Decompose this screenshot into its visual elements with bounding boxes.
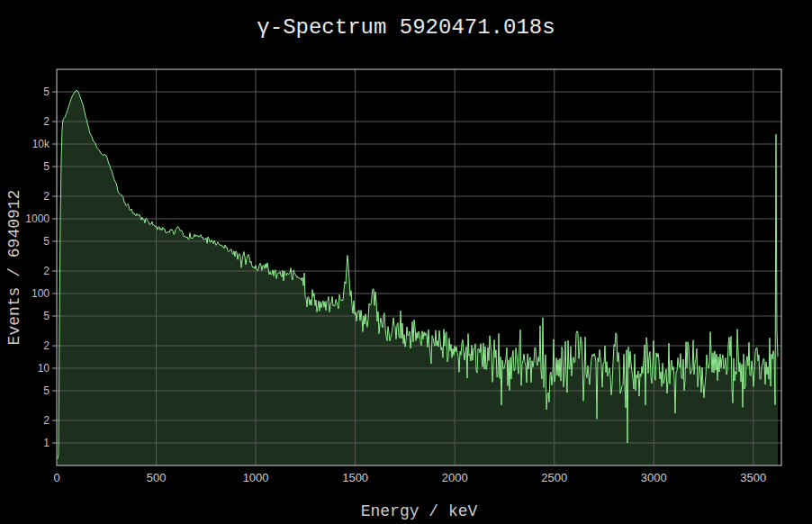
y-tick-label: 5 [43, 235, 50, 248]
x-tick-label: 2000 [442, 471, 468, 484]
y-tick-label: 1 [43, 437, 50, 449]
x-axis-label: Energy / keV [57, 502, 781, 520]
y-tick-label: 2 [43, 115, 50, 128]
y-tick-label: 100 [32, 287, 50, 300]
x-tick-label: 3000 [641, 471, 667, 484]
gamma-spectrum-figure: γ-Spectrum 5920471.018s 1251025100251000… [0, 0, 812, 524]
y-tick-label: 5 [43, 384, 50, 397]
y-tick-label: 5 [43, 310, 50, 322]
x-tick-label: 2500 [541, 471, 567, 484]
x-tick-label: 3500 [740, 471, 766, 484]
y-axis-label: Events / 6940912 [5, 69, 23, 465]
y-tick-label: 5 [43, 160, 50, 173]
y-tick-label: 2 [43, 339, 50, 352]
x-tick-label: 1500 [342, 471, 368, 484]
y-tick-label: 10k [32, 138, 50, 150]
y-tick-label: 2 [43, 265, 50, 277]
y-tick-label: 1000 [25, 212, 50, 225]
x-tick-label: 0 [53, 471, 59, 484]
x-tick-label: 1000 [243, 471, 269, 484]
y-tick-label: 2 [43, 190, 50, 203]
spectrum-plot-area[interactable]: 12510251002510002510k2505001000150020002… [0, 0, 812, 524]
y-tick-label: 10 [38, 362, 50, 375]
x-tick-label: 500 [147, 471, 167, 484]
y-tick-label: 5 [43, 86, 50, 98]
y-tick-label: 2 [43, 414, 50, 427]
